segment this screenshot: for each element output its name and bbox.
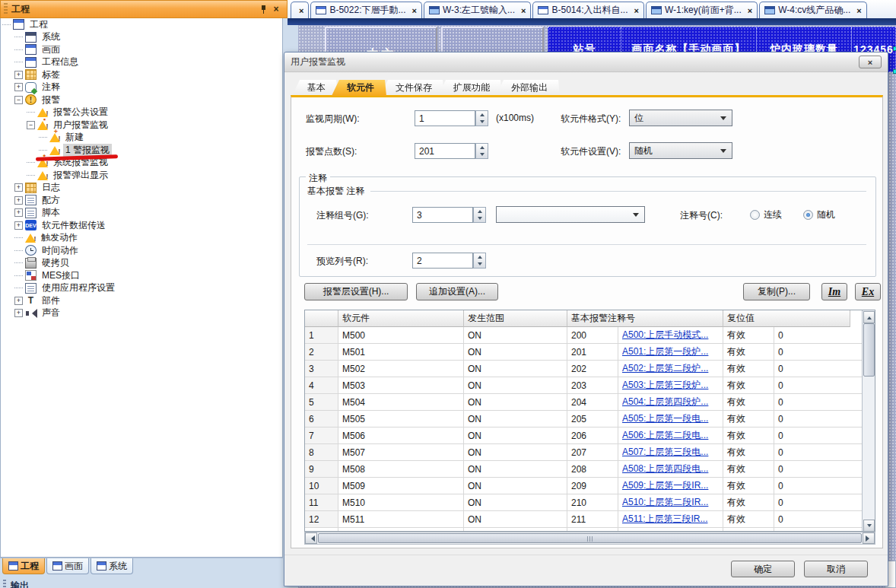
tree-item-recipe[interactable]: +配方 [1, 194, 282, 207]
tree-item-label[interactable]: 新建 [63, 131, 86, 144]
table-row[interactable]: 4M503ON203A503:上层第三段炉...有效0 [305, 377, 875, 394]
expand-icon[interactable]: + [14, 309, 23, 317]
tree-item-label[interactable]: MES接口 [40, 269, 82, 282]
tree-item-label[interactable]: 日志 [40, 181, 62, 194]
tree-item-label[interactable]: 工程 [27, 18, 50, 31]
tree-item-alarm-popup[interactable]: 报警弹出显示 [1, 169, 282, 182]
tab-close-icon[interactable]: × [411, 6, 416, 15]
tree-item-alarm-new[interactable]: +新建 [1, 132, 282, 145]
expand-icon[interactable]: + [14, 196, 23, 205]
table-row[interactable]: 11M510ON210A510:上层第二段IR...有效0 [305, 494, 875, 511]
table-row[interactable]: 5M504ON204A504:上层第四段炉...有效0 [305, 394, 875, 411]
tree-item-user-alarm[interactable]: −▪用户报警监视 [1, 119, 282, 132]
preview-col-spinner[interactable] [473, 253, 486, 269]
table-row[interactable]: 2M501ON201A501:上层第一段炉...有效0 [305, 344, 875, 361]
tree-item-label[interactable]: +标签 [1, 68, 282, 81]
dialog-tab-扩展功能[interactable]: 扩展功能 [438, 80, 502, 96]
panel-tab-工程[interactable]: 工程 [2, 558, 45, 574]
alarm-points-spinner[interactable] [475, 143, 488, 159]
table-header-cell[interactable]: 软元件 [338, 310, 464, 327]
preview-col-input[interactable]: 2 [412, 253, 473, 269]
comment-group-no-input[interactable]: 3 [412, 207, 473, 223]
comment-link-cell[interactable]: A504:上层第四段炉... [618, 394, 723, 411]
pin-icon[interactable] [258, 4, 270, 15]
expand-icon[interactable]: + [14, 83, 23, 91]
panel-close-icon[interactable]: × [270, 4, 282, 15]
tab-close-icon[interactable]: × [299, 6, 303, 15]
dialog-close-button[interactable]: × [859, 56, 882, 68]
table-row[interactable]: 9M508ON208A508:上层第四段电...有效0 [305, 461, 875, 478]
radio-random[interactable]: 随机 [803, 208, 835, 221]
horizontal-scroll-thumb[interactable] [318, 533, 862, 543]
comment-link-cell[interactable]: A505:上层第一段电... [618, 411, 723, 427]
tree-item-label[interactable]: 声音 [40, 307, 62, 319]
dialog-tab-文件保存[interactable]: 文件保存 [380, 80, 444, 96]
expand-icon[interactable]: + [14, 71, 23, 79]
selection-handle[interactable] [893, 46, 896, 51]
tree-item-label[interactable]: 用户报警监视 [51, 119, 110, 132]
tree-item-label[interactable]: 工程信息 [40, 56, 81, 68]
dialog-tab-外部输出[interactable]: 外部输出 [496, 80, 560, 96]
comment-group-select[interactable] [496, 206, 645, 223]
monitor-cycle-spinner[interactable] [475, 110, 488, 126]
tree-item-project-info[interactable]: 工程信息 [1, 56, 282, 69]
tree-item-label[interactable]: 硬拷贝 [40, 256, 71, 269]
tab-close-icon[interactable]: × [856, 6, 861, 15]
comment-link-cell[interactable]: A510:上层第二段IR... [618, 494, 723, 511]
monitor-cycle-input[interactable]: 1 [415, 110, 475, 126]
collapse-icon[interactable]: − [14, 96, 23, 104]
alarm-points-input[interactable]: 201 [415, 143, 475, 159]
document-tab[interactable]: W-4:cv线产品确...× [759, 2, 867, 18]
comment-link-cell[interactable]: A508:上层第四段电... [618, 461, 723, 478]
tree-item-label[interactable]: 使用应用程序设置 [40, 281, 117, 294]
tree-item-sound[interactable]: +声音 [1, 307, 282, 320]
comment-link-cell[interactable]: A500:上层手动模式... [618, 327, 723, 344]
dialog-tab-软元件[interactable]: 软元件 [332, 80, 386, 96]
tree-item-label[interactable]: 配方 [40, 194, 62, 207]
ok-button[interactable]: 确定 [731, 561, 795, 577]
expand-icon[interactable]: + [14, 221, 23, 230]
document-tab[interactable]: W-1:key(前面+背...× [646, 2, 758, 18]
tree-item-time-action[interactable]: 时间动作 [1, 244, 282, 257]
table-row[interactable]: 7M506ON206A506:上层第二段电...有效0 [305, 427, 875, 444]
tree-item-label[interactable]: 触发动作 [39, 231, 80, 244]
table-header-cell[interactable]: 基本报警注释号 [567, 310, 723, 327]
tree-item-project-root[interactable]: 工程 [1, 18, 282, 31]
table-row[interactable]: 10M509ON209A509:上层第一段IR...有效0 [305, 478, 875, 494]
cancel-button[interactable]: 取消 [804, 561, 868, 577]
tree-item-label[interactable]: 报警公共设置 [51, 106, 110, 119]
tree-item-app-settings[interactable]: 使用应用程序设置 [1, 282, 282, 295]
radio-continuous[interactable]: 连续 [750, 208, 782, 221]
tab-close-icon[interactable]: × [748, 6, 752, 15]
alarm-level-settings-button[interactable]: 报警层设置(H)... [304, 283, 408, 300]
table-row[interactable]: 12M511ON211A511:上层第三段IR...有效0 [305, 511, 875, 528]
expand-icon[interactable]: + [14, 297, 23, 305]
table-horizontal-scrollbar[interactable] [304, 532, 875, 545]
document-tab-partial[interactable]: × [291, 2, 309, 18]
tree-item-script[interactable]: +脚本 [1, 207, 282, 220]
tree-item-label[interactable]: 画面 [40, 43, 62, 56]
comment-link-cell[interactable]: A511:上层第三段IR... [618, 511, 723, 528]
tree-item-label[interactable]: 系统 [40, 30, 62, 43]
panel-tab-系统[interactable]: 系统 [91, 558, 133, 574]
scroll-right-icon[interactable] [863, 532, 875, 544]
comment-group-no-spinner[interactable] [473, 207, 486, 223]
scroll-up-icon[interactable] [863, 311, 875, 323]
comment-link-cell[interactable]: A509:上层第一段IR... [618, 478, 723, 494]
tree-item-hardcopy[interactable]: 硬拷贝 [1, 257, 282, 270]
selection-handle[interactable] [893, 69, 896, 74]
vertical-scroll-thumb[interactable] [863, 323, 875, 377]
device-setting-select[interactable]: 随机 [629, 142, 732, 159]
tab-close-icon[interactable]: × [634, 6, 639, 15]
scroll-down-icon[interactable] [863, 520, 875, 532]
tree-item-label[interactable]: 软元件数据传送 [40, 219, 108, 232]
tree-item-log[interactable]: +日志 [1, 182, 282, 195]
tree-item-device-transfer[interactable]: +DEV软元件数据传送 [1, 219, 282, 232]
append-settings-button[interactable]: 追加设置(A)... [416, 283, 498, 300]
tree-item-label[interactable]: 报警弹出显示 [51, 169, 110, 182]
copy-button[interactable]: 复制(P)... [743, 283, 810, 300]
output-grip[interactable] [3, 580, 6, 588]
dialog-tab-基本[interactable]: 基本 [292, 80, 338, 96]
comment-link-cell[interactable]: A501:上层第一段炉... [618, 344, 723, 361]
tree-item-screen[interactable]: 画面 [1, 43, 282, 56]
